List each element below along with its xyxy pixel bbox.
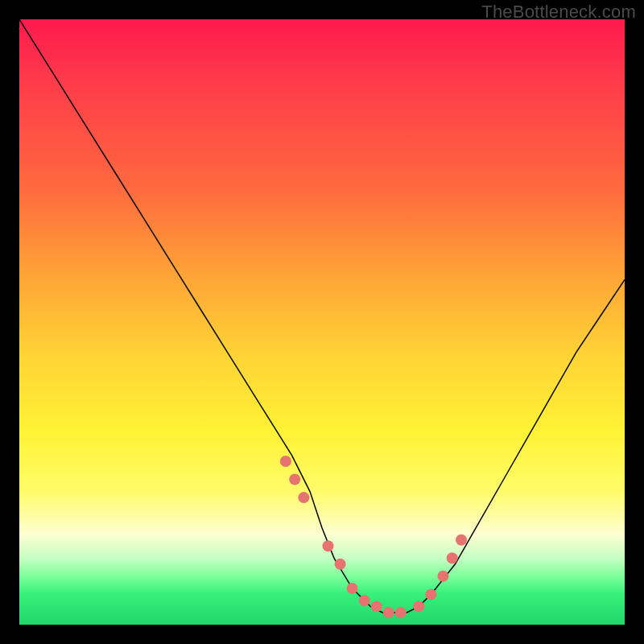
highlight-dot: [335, 559, 346, 570]
highlight-dot: [425, 588, 436, 600]
bottleneck-curve: [19, 19, 625, 613]
highlight-dot: [323, 540, 334, 551]
highlight-dot: [456, 535, 467, 546]
chart-svg: [19, 19, 625, 625]
highlight-dot: [383, 607, 394, 618]
highlight-dots: [280, 456, 467, 618]
highlight-dot: [395, 607, 407, 618]
highlight-dot: [347, 583, 358, 594]
highlight-dot: [289, 474, 300, 485]
plot-area: [19, 19, 625, 625]
chart-frame: TheBottleneck.com: [0, 0, 644, 644]
highlight-dot: [359, 595, 370, 606]
highlight-dot: [437, 571, 448, 582]
highlight-dot: [371, 601, 382, 612]
highlight-dot: [280, 456, 291, 467]
watermark: TheBottleneck.com: [481, 2, 636, 23]
highlight-dot: [413, 601, 424, 612]
highlight-dot: [447, 552, 458, 564]
highlight-dot: [298, 492, 309, 503]
